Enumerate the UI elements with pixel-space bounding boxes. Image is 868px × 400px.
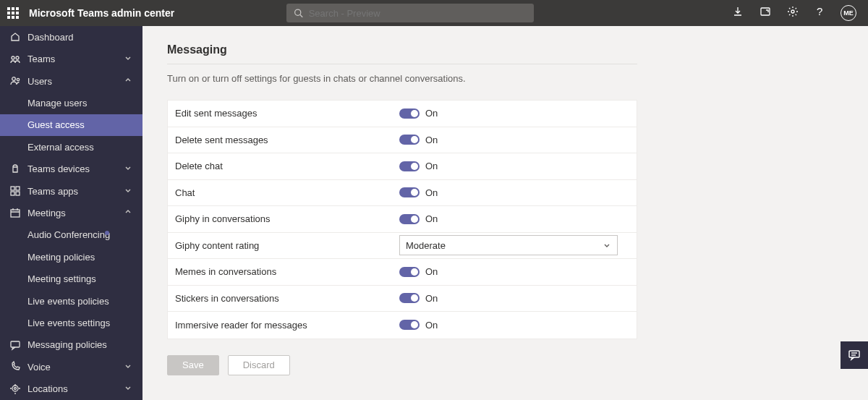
svg-rect-11	[11, 192, 14, 195]
setting-label: Delete chat	[175, 161, 399, 171]
setting-row: Immersive reader for messagesOn	[168, 312, 637, 339]
chevron-down-icon	[124, 383, 134, 394]
nav-label: Live events settings	[27, 318, 134, 328]
nav-item-users[interactable]: Users	[0, 70, 142, 92]
app-launcher-icon[interactable]	[7, 7, 19, 19]
nav-label: Audio Conferencing	[27, 229, 134, 240]
search-input[interactable]	[309, 8, 527, 19]
new-tab-icon[interactable]	[760, 6, 771, 20]
setting-label: Chat	[175, 187, 399, 198]
discard-button[interactable]: Discard	[228, 355, 290, 375]
home-icon	[9, 31, 22, 43]
nav-item-locations[interactable]: Locations	[0, 378, 142, 400]
svg-point-6	[16, 56, 19, 59]
section-description: Turn on or turn off settings for guests …	[167, 73, 843, 84]
setting-row: ChatOn	[168, 180, 637, 207]
nav-item-dashboard[interactable]: Dashboard	[0, 26, 142, 48]
main-content: Messaging Turn on or turn off settings f…	[142, 26, 868, 400]
toggle-state: On	[425, 135, 438, 145]
download-icon[interactable]	[732, 6, 744, 20]
setting-row: Edit sent messagesOn	[168, 101, 637, 127]
teams-icon	[9, 54, 22, 65]
toggle-state: On	[425, 320, 438, 331]
settings-card: Edit sent messagesOnDelete sent messages…	[167, 100, 637, 339]
action-buttons: Save Discard	[167, 355, 843, 375]
nav-label: Meetings	[27, 208, 124, 218]
save-button[interactable]: Save	[167, 355, 219, 375]
setting-label: Delete sent messages	[175, 135, 399, 145]
nav-item-external-access[interactable]: External access	[0, 136, 142, 158]
svg-point-5	[12, 56, 14, 59]
setting-label: Immersive reader for messages	[175, 320, 399, 331]
setting-control: Moderate	[399, 235, 618, 255]
toggle-state: On	[425, 266, 438, 277]
meetings-icon	[9, 207, 22, 218]
nav-item-audio-conferencing[interactable]: Audio Conferencing	[0, 224, 142, 246]
svg-point-15	[12, 386, 18, 391]
setting-control: On	[399, 320, 438, 331]
toggle-switch[interactable]	[399, 293, 420, 303]
setting-row: Giphy content ratingModerate	[168, 233, 637, 260]
nav-item-live-events-policies[interactable]: Live events policies	[0, 290, 142, 312]
section-title: Messaging	[167, 43, 843, 56]
nav-label: Meeting policies	[27, 252, 134, 263]
nav-item-live-events-settings[interactable]: Live events settings	[0, 312, 142, 333]
nav-item-manage-users[interactable]: Manage users	[0, 92, 142, 114]
settings-icon[interactable]	[787, 6, 799, 20]
toggle-state: On	[425, 108, 438, 119]
nav-item-messaging-policies[interactable]: Messaging policies	[0, 334, 142, 356]
user-avatar[interactable]: ME	[841, 5, 856, 21]
setting-control: On	[399, 293, 438, 304]
nav-item-meeting-settings[interactable]: Meeting settings	[0, 268, 142, 289]
divider	[167, 64, 637, 64]
svg-line-1	[300, 14, 302, 17]
header-actions: ? ME	[732, 5, 856, 21]
nav-label: Guest access	[27, 119, 134, 130]
feedback-icon	[848, 349, 861, 362]
nav-label: Dashboard	[27, 32, 134, 43]
nav-label: Live events policies	[27, 296, 134, 307]
nav-item-meeting-policies[interactable]: Meeting policies	[0, 246, 142, 268]
toggle-switch[interactable]	[399, 214, 420, 224]
toggle-switch[interactable]	[399, 267, 420, 277]
chevron-down-icon	[124, 54, 134, 64]
dropdown-select[interactable]: Moderate	[399, 235, 618, 255]
toggle-switch[interactable]	[399, 320, 420, 330]
svg-point-7	[12, 77, 16, 81]
nav-item-teams-devices[interactable]: Teams devices	[0, 158, 142, 179]
svg-point-0	[294, 9, 300, 15]
toggle-switch[interactable]	[399, 108, 420, 119]
setting-label: Giphy in conversations	[175, 213, 399, 224]
setting-row: Stickers in conversationsOn	[168, 286, 637, 312]
nav-item-voice[interactable]: Voice	[0, 356, 142, 378]
location-icon	[9, 383, 22, 395]
svg-rect-14	[11, 341, 20, 347]
nav-label: Teams apps	[27, 186, 124, 197]
chevron-down-icon	[124, 362, 134, 373]
chevron-down-icon	[603, 241, 611, 250]
notification-dot	[105, 231, 109, 235]
toggle-switch[interactable]	[399, 187, 420, 197]
nav-label: Teams	[27, 54, 124, 64]
apps-icon	[9, 185, 22, 197]
setting-control: On	[399, 266, 438, 277]
toggle-switch[interactable]	[399, 161, 420, 171]
search-icon	[294, 8, 303, 18]
users-icon	[9, 75, 22, 87]
feedback-button[interactable]	[841, 341, 868, 369]
svg-point-8	[17, 78, 19, 80]
nav-item-meetings[interactable]: Meetings	[0, 202, 142, 224]
help-icon[interactable]: ?	[814, 6, 825, 20]
svg-point-3	[791, 10, 794, 13]
nav-item-teams[interactable]: Teams	[0, 48, 142, 69]
toggle-state: On	[425, 187, 438, 198]
nav-label: Teams devices	[27, 163, 124, 174]
nav-item-teams-apps[interactable]: Teams apps	[0, 180, 142, 202]
voice-icon	[9, 361, 22, 373]
nav-item-guest-access[interactable]: Guest access	[0, 114, 142, 136]
toggle-switch[interactable]	[399, 135, 420, 145]
setting-control: On	[399, 108, 438, 119]
setting-control: On	[399, 135, 438, 145]
nav-label: External access	[27, 142, 134, 153]
search-box[interactable]	[286, 4, 534, 22]
